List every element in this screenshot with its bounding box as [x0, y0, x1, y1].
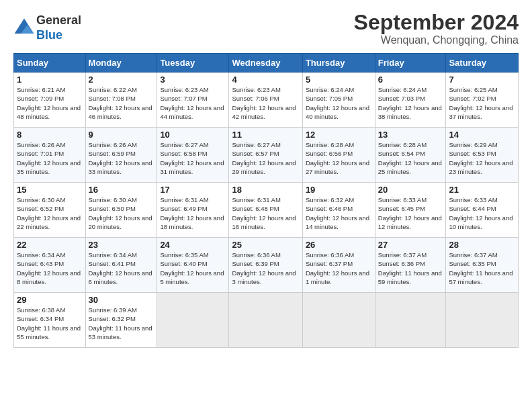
calendar-cell: 26Sunrise: 6:36 AMSunset: 6:37 PMDayligh… [302, 238, 375, 293]
day-info: Sunrise: 6:26 AMSunset: 6:59 PMDaylight:… [89, 140, 154, 176]
calendar-week-row: 29Sunrise: 6:38 AMSunset: 6:34 PMDayligh… [14, 293, 519, 348]
col-thursday: Thursday [302, 54, 375, 73]
header: General Blue September 2024 Wenquan, Cho… [13, 11, 519, 46]
calendar-cell: 14Sunrise: 6:29 AMSunset: 6:53 PMDayligh… [446, 128, 519, 183]
day-number: 29 [17, 295, 83, 305]
calendar-cell: 17Sunrise: 6:31 AMSunset: 6:49 PMDayligh… [157, 183, 229, 238]
day-number: 21 [449, 185, 515, 195]
page-container: General Blue September 2024 Wenquan, Cho… [0, 0, 532, 355]
calendar-cell: 19Sunrise: 6:32 AMSunset: 6:46 PMDayligh… [302, 183, 375, 238]
calendar-cell: 23Sunrise: 6:34 AMSunset: 6:41 PMDayligh… [85, 238, 157, 293]
calendar-cell: 15Sunrise: 6:30 AMSunset: 6:52 PMDayligh… [14, 183, 86, 238]
calendar-cell: 30Sunrise: 6:39 AMSunset: 6:32 PMDayligh… [85, 293, 157, 348]
calendar-cell: 27Sunrise: 6:37 AMSunset: 6:36 PMDayligh… [375, 238, 446, 293]
day-info: Sunrise: 6:24 AMSunset: 7:05 PMDaylight:… [306, 85, 372, 121]
day-info: Sunrise: 6:39 AMSunset: 6:32 PMDaylight:… [89, 306, 154, 341]
day-info: Sunrise: 6:29 AMSunset: 6:53 PMDaylight:… [449, 140, 515, 176]
day-info: Sunrise: 6:31 AMSunset: 6:48 PMDaylight:… [232, 195, 299, 231]
day-info: Sunrise: 6:25 AMSunset: 7:02 PMDaylight:… [449, 85, 515, 121]
day-number: 11 [232, 130, 299, 140]
calendar-cell: 2Sunrise: 6:22 AMSunset: 7:08 PMDaylight… [85, 73, 157, 128]
calendar-header-row: Sunday Monday Tuesday Wednesday Thursday… [14, 54, 519, 73]
day-info: Sunrise: 6:37 AMSunset: 6:36 PMDaylight:… [378, 250, 443, 286]
title-section: September 2024 Wenquan, Chongqing, China [354, 11, 519, 46]
day-number: 16 [89, 185, 154, 195]
day-number: 10 [160, 130, 226, 140]
col-sunday: Sunday [14, 54, 86, 73]
day-info: Sunrise: 6:37 AMSunset: 6:35 PMDaylight:… [449, 250, 515, 286]
subtitle: Wenquan, Chongqing, China [354, 34, 519, 46]
day-number: 13 [378, 130, 443, 140]
calendar-week-row: 22Sunrise: 6:34 AMSunset: 6:43 PMDayligh… [14, 238, 519, 293]
day-number: 24 [160, 240, 226, 250]
day-info: Sunrise: 6:27 AMSunset: 6:58 PMDaylight:… [160, 140, 226, 176]
day-number: 2 [89, 75, 154, 85]
day-info: Sunrise: 6:33 AMSunset: 6:45 PMDaylight:… [378, 195, 443, 231]
day-number: 19 [306, 185, 372, 195]
calendar-cell: 28Sunrise: 6:37 AMSunset: 6:35 PMDayligh… [446, 238, 519, 293]
calendar-week-row: 8Sunrise: 6:26 AMSunset: 7:01 PMDaylight… [14, 128, 519, 183]
calendar-week-row: 15Sunrise: 6:30 AMSunset: 6:52 PMDayligh… [14, 183, 519, 238]
day-info: Sunrise: 6:36 AMSunset: 6:37 PMDaylight:… [306, 250, 372, 286]
calendar-cell: 8Sunrise: 6:26 AMSunset: 7:01 PMDaylight… [14, 128, 86, 183]
day-info: Sunrise: 6:33 AMSunset: 6:44 PMDaylight:… [449, 195, 515, 231]
day-info: Sunrise: 6:30 AMSunset: 6:52 PMDaylight:… [17, 195, 83, 231]
calendar-table: Sunday Monday Tuesday Wednesday Thursday… [13, 53, 519, 348]
calendar-cell: 21Sunrise: 6:33 AMSunset: 6:44 PMDayligh… [446, 183, 519, 238]
day-number: 4 [232, 75, 299, 85]
day-number: 22 [17, 240, 83, 250]
day-number: 8 [17, 130, 83, 140]
calendar-cell: 10Sunrise: 6:27 AMSunset: 6:58 PMDayligh… [157, 128, 229, 183]
calendar-cell: 4Sunrise: 6:23 AMSunset: 7:06 PMDaylight… [229, 73, 302, 128]
day-number: 17 [160, 185, 226, 195]
col-saturday: Saturday [446, 54, 519, 73]
day-number: 27 [378, 240, 443, 250]
calendar-cell: 5Sunrise: 6:24 AMSunset: 7:05 PMDaylight… [302, 73, 375, 128]
calendar-cell: 16Sunrise: 6:30 AMSunset: 6:50 PMDayligh… [85, 183, 157, 238]
day-number: 30 [89, 295, 154, 305]
day-number: 3 [160, 75, 226, 85]
day-info: Sunrise: 6:31 AMSunset: 6:49 PMDaylight:… [160, 195, 226, 231]
calendar-cell: 1Sunrise: 6:21 AMSunset: 7:09 PMDaylight… [14, 73, 86, 128]
calendar-cell [375, 293, 446, 348]
day-info: Sunrise: 6:28 AMSunset: 6:56 PMDaylight:… [306, 140, 372, 176]
calendar-cell: 11Sunrise: 6:27 AMSunset: 6:57 PMDayligh… [229, 128, 302, 183]
day-info: Sunrise: 6:26 AMSunset: 7:01 PMDaylight:… [17, 140, 83, 176]
day-number: 20 [378, 185, 443, 195]
day-number: 12 [306, 130, 372, 140]
day-info: Sunrise: 6:38 AMSunset: 6:34 PMDaylight:… [17, 306, 83, 341]
calendar-cell [302, 293, 375, 348]
calendar-cell: 20Sunrise: 6:33 AMSunset: 6:45 PMDayligh… [375, 183, 446, 238]
calendar-cell: 6Sunrise: 6:24 AMSunset: 7:03 PMDaylight… [375, 73, 446, 128]
calendar-cell: 18Sunrise: 6:31 AMSunset: 6:48 PMDayligh… [229, 183, 302, 238]
day-info: Sunrise: 6:28 AMSunset: 6:54 PMDaylight:… [378, 140, 443, 176]
calendar-cell: 25Sunrise: 6:36 AMSunset: 6:39 PMDayligh… [229, 238, 302, 293]
logo-text: General Blue [36, 13, 81, 42]
logo: General Blue [13, 13, 81, 42]
calendar-cell: 9Sunrise: 6:26 AMSunset: 6:59 PMDaylight… [85, 128, 157, 183]
day-number: 1 [17, 75, 83, 85]
day-info: Sunrise: 6:22 AMSunset: 7:08 PMDaylight:… [89, 85, 154, 121]
day-number: 6 [378, 75, 443, 85]
main-title: September 2024 [354, 11, 519, 34]
day-number: 26 [306, 240, 372, 250]
calendar-cell [446, 293, 519, 348]
calendar-cell: 29Sunrise: 6:38 AMSunset: 6:34 PMDayligh… [14, 293, 86, 348]
calendar-cell: 22Sunrise: 6:34 AMSunset: 6:43 PMDayligh… [14, 238, 86, 293]
day-info: Sunrise: 6:30 AMSunset: 6:50 PMDaylight:… [89, 195, 154, 231]
day-number: 14 [449, 130, 515, 140]
calendar-cell: 7Sunrise: 6:25 AMSunset: 7:02 PMDaylight… [446, 73, 519, 128]
day-info: Sunrise: 6:35 AMSunset: 6:40 PMDaylight:… [160, 250, 226, 286]
calendar-cell [157, 293, 229, 348]
day-info: Sunrise: 6:36 AMSunset: 6:39 PMDaylight:… [232, 250, 299, 286]
col-monday: Monday [85, 54, 157, 73]
calendar-cell: 24Sunrise: 6:35 AMSunset: 6:40 PMDayligh… [157, 238, 229, 293]
logo-icon [13, 17, 35, 39]
day-info: Sunrise: 6:32 AMSunset: 6:46 PMDaylight:… [306, 195, 372, 231]
day-info: Sunrise: 6:23 AMSunset: 7:07 PMDaylight:… [160, 85, 226, 121]
day-number: 7 [449, 75, 515, 85]
col-tuesday: Tuesday [157, 54, 229, 73]
calendar-cell [229, 293, 302, 348]
day-number: 9 [89, 130, 154, 140]
calendar-cell: 13Sunrise: 6:28 AMSunset: 6:54 PMDayligh… [375, 128, 446, 183]
